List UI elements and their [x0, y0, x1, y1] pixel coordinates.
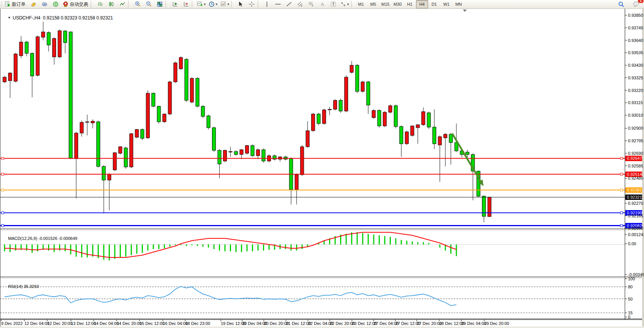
bar-chart-button[interactable] — [95, 0, 106, 8]
candle[interactable] — [173, 62, 177, 83]
timeframe-m5[interactable]: M5 — [367, 0, 379, 8]
chart-shift-button[interactable] — [180, 0, 191, 8]
text-button[interactable]: A — [317, 0, 328, 8]
candle[interactable] — [3, 76, 6, 83]
symbol-dropdown-icon[interactable]: ▼ — [8, 16, 11, 19]
chat-button[interactable]: 1 — [631, 0, 642, 8]
text-label-button[interactable]: T — [328, 0, 339, 8]
candle[interactable] — [58, 29, 61, 58]
line-chart-button[interactable] — [117, 0, 128, 8]
timeframe-m30[interactable]: M30 — [392, 0, 404, 8]
chart-area[interactable]: 0.926470.925140.923810.923210.921900.920… — [0, 8, 644, 328]
timeframe-m1[interactable]: M1 — [355, 0, 367, 8]
signal-button[interactable] — [50, 0, 61, 8]
zoom-in-button[interactable] — [132, 0, 143, 8]
candle[interactable] — [179, 56, 183, 70]
tile-windows-button[interactable] — [154, 0, 165, 8]
candle[interactable] — [196, 77, 199, 108]
arrows-button[interactable]: ▼ — [339, 0, 351, 8]
candle[interactable] — [135, 129, 138, 138]
line-handle[interactable] — [2, 225, 4, 227]
candle[interactable] — [377, 109, 381, 127]
timeframe-h4[interactable]: H4 — [416, 0, 428, 8]
candle[interactable] — [96, 121, 100, 167]
candle[interactable] — [317, 113, 320, 125]
candle[interactable] — [262, 148, 265, 162]
chart-canvas[interactable]: 0.926470.925140.923810.923210.921900.920… — [0, 8, 644, 328]
candlestick-button[interactable] — [106, 0, 117, 8]
line-handle[interactable] — [620, 157, 623, 159]
candle[interactable] — [355, 64, 359, 93]
autoscroll-button[interactable] — [169, 0, 180, 8]
candle[interactable] — [14, 53, 17, 82]
candle-body — [444, 134, 447, 138]
candle[interactable] — [130, 133, 133, 168]
candle[interactable] — [157, 106, 161, 124]
candle[interactable] — [113, 152, 117, 171]
line-handle[interactable] — [2, 157, 4, 159]
candle[interactable] — [185, 58, 188, 102]
chart-object-button[interactable] — [28, 0, 39, 8]
new-order-button[interactable]: 新订单 — [3, 0, 28, 8]
candle[interactable] — [163, 113, 166, 123]
line-handle[interactable] — [620, 189, 623, 191]
autotrade-button[interactable]: 自动交易 — [61, 0, 90, 8]
candle[interactable] — [389, 105, 392, 113]
timeframe-d1[interactable]: D1 — [428, 0, 440, 8]
candle[interactable] — [201, 105, 205, 118]
candle[interactable] — [124, 147, 127, 169]
line-handle[interactable] — [2, 189, 4, 191]
candle[interactable] — [427, 112, 430, 129]
line-handle[interactable] — [620, 225, 623, 227]
timeframe-w1[interactable]: W1 — [440, 0, 453, 8]
timeframe-m15[interactable]: M15 — [379, 0, 392, 8]
candle[interactable] — [394, 105, 397, 128]
candle[interactable] — [119, 146, 122, 154]
candle[interactable] — [146, 90, 149, 139]
fibonacci-button[interactable]: F — [306, 0, 317, 8]
candle-body — [361, 82, 365, 92]
candle[interactable] — [168, 81, 172, 115]
zoom-out-button[interactable] — [143, 0, 154, 8]
candle[interactable] — [334, 99, 337, 111]
candle[interactable] — [212, 127, 216, 152]
time-tick-label: 22 Dec 04:00 — [308, 321, 333, 326]
candle[interactable] — [300, 145, 304, 176]
line-handle[interactable] — [620, 212, 623, 214]
timeframe-mn[interactable]: MN — [453, 0, 465, 8]
candle[interactable] — [36, 35, 39, 77]
candle[interactable] — [223, 150, 227, 162]
line-handle[interactable] — [2, 173, 4, 175]
candle[interactable] — [312, 113, 315, 132]
search-button[interactable] — [616, 0, 627, 8]
trendline-button[interactable] — [284, 0, 295, 8]
candle[interactable] — [405, 131, 408, 145]
cursor-button[interactable] — [235, 0, 246, 8]
candle[interactable] — [141, 128, 144, 140]
candle[interactable] — [207, 115, 210, 130]
vertical-line-button[interactable] — [262, 0, 273, 8]
crosshair-button[interactable] — [246, 0, 257, 8]
candle[interactable] — [344, 76, 348, 113]
candle[interactable] — [323, 109, 326, 125]
horizontal-line-button[interactable] — [273, 0, 284, 8]
candle[interactable] — [190, 77, 194, 103]
candle[interactable] — [339, 98, 342, 113]
template-button[interactable]: ▼ — [219, 0, 231, 8]
candle[interactable] — [411, 125, 414, 137]
line-handle[interactable] — [620, 173, 623, 175]
candle[interactable] — [383, 111, 387, 127]
candle[interactable] — [361, 81, 365, 93]
candle[interactable] — [372, 109, 376, 119]
profiles-clock-button[interactable]: ▼ — [207, 0, 219, 8]
candle[interactable] — [152, 93, 155, 108]
timeframe-h1[interactable]: H1 — [404, 0, 416, 8]
cloud-button[interactable] — [39, 0, 50, 8]
candle[interactable] — [251, 145, 254, 157]
candle[interactable] — [69, 31, 72, 159]
candle[interactable] — [488, 197, 491, 216]
candle[interactable] — [245, 145, 249, 154]
new-chart-button[interactable]: ▼ — [196, 0, 207, 8]
equidistant-channel-button[interactable]: E — [295, 0, 306, 8]
line-handle[interactable] — [2, 212, 4, 214]
